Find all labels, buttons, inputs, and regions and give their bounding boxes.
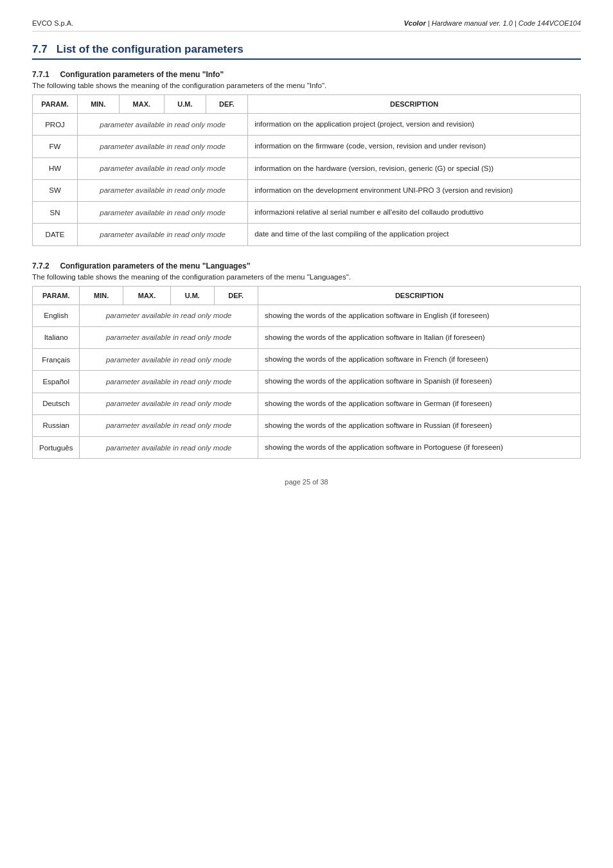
- table-row: English parameter available in read only…: [33, 305, 581, 326]
- table-header-row: PARAM. MIN. MAX. U.M. DEF. DESCRIPTION: [33, 95, 581, 114]
- desc-cell: showing the words of the application sof…: [258, 349, 581, 371]
- param-cell: Deutsch: [33, 393, 80, 414]
- section-7-7-heading: 7.7 List of the configuration parameters: [32, 43, 581, 60]
- col-description: DESCRIPTION: [248, 95, 581, 114]
- col-min: MIN.: [80, 286, 123, 305]
- col-def: DEF.: [206, 95, 247, 114]
- table-row: Français parameter available in read onl…: [33, 349, 581, 371]
- param-cell: Russian: [33, 414, 80, 436]
- table-row: PROJ parameter available in read only mo…: [33, 114, 581, 136]
- readonly-cell: parameter available in read only mode: [80, 305, 258, 326]
- desc-cell: information on the application project (…: [248, 114, 581, 136]
- page-number: page 25 of 38: [285, 478, 328, 486]
- col-um: U.M.: [164, 95, 206, 114]
- desc-cell: informazioni relative al serial number e…: [248, 202, 581, 224]
- section-7-7-1-intro: The following table shows the meaning of…: [32, 82, 581, 89]
- readonly-cell: parameter available in read only mode: [80, 414, 258, 436]
- desc-cell: information on the hardware (version, re…: [248, 157, 581, 179]
- param-cell: HW: [33, 157, 78, 179]
- page-header: EVCO S.p.A. Vcolor | Hardware manual ver…: [32, 19, 581, 31]
- readonly-cell: parameter available in read only mode: [78, 114, 248, 136]
- desc-cell: showing the words of the application sof…: [258, 371, 581, 393]
- desc-cell: showing the words of the application sof…: [258, 437, 581, 459]
- desc-cell: showing the words of the application sof…: [258, 326, 581, 348]
- readonly-cell: parameter available in read only mode: [80, 326, 258, 348]
- col-max: MAX.: [123, 286, 170, 305]
- desc-cell: information on the firmware (code, versi…: [248, 136, 581, 157]
- table-row: Italiano parameter available in read onl…: [33, 326, 581, 348]
- section-7-7-1-heading: 7.7.1 Configuration parameters of the me…: [32, 70, 581, 79]
- param-cell: Español: [33, 371, 80, 393]
- company-name: EVCO S.p.A.: [32, 19, 73, 27]
- readonly-cell: parameter available in read only mode: [80, 393, 258, 414]
- col-max: MAX.: [119, 95, 164, 114]
- doc-info: Vcolor | Hardware manual ver. 1.0 | Code…: [404, 19, 581, 27]
- table-row: DATE parameter available in read only mo…: [33, 224, 581, 245]
- table-row: Español parameter available in read only…: [33, 371, 581, 393]
- readonly-cell: parameter available in read only mode: [78, 224, 248, 245]
- product-name: Vcolor: [404, 19, 425, 27]
- desc-cell: showing the words of the application sof…: [258, 393, 581, 414]
- param-cell: SN: [33, 202, 78, 224]
- readonly-cell: parameter available in read only mode: [78, 202, 248, 224]
- col-min: MIN.: [78, 95, 120, 114]
- param-cell: Português: [33, 437, 80, 459]
- table-row: SW parameter available in read only mode…: [33, 179, 581, 201]
- section-7-7-2-heading: 7.7.2 Configuration parameters of the me…: [32, 261, 581, 270]
- doc-details: | Hardware manual ver. 1.0 | Code 144VCO…: [426, 19, 581, 27]
- table-row: HW parameter available in read only mode…: [33, 157, 581, 179]
- param-cell: Italiano: [33, 326, 80, 348]
- col-param: PARAM.: [33, 286, 80, 305]
- col-def: DEF.: [214, 286, 258, 305]
- col-um: U.M.: [171, 286, 215, 305]
- page-footer: page 25 of 38: [32, 478, 581, 486]
- table-row: Russian parameter available in read only…: [33, 414, 581, 436]
- readonly-cell: parameter available in read only mode: [78, 157, 248, 179]
- param-cell: PROJ: [33, 114, 78, 136]
- param-cell: English: [33, 305, 80, 326]
- param-cell: DATE: [33, 224, 78, 245]
- table-row: Português parameter available in read on…: [33, 437, 581, 459]
- section-7-7-2-intro: The following table shows the meaning of…: [32, 273, 581, 281]
- readonly-cell: parameter available in read only mode: [78, 136, 248, 157]
- desc-cell: date and time of the last compiling of t…: [248, 224, 581, 245]
- table-row: Deutsch parameter available in read only…: [33, 393, 581, 414]
- table-7-7-2: PARAM. MIN. MAX. U.M. DEF. DESCRIPTION E…: [32, 286, 581, 459]
- param-cell: SW: [33, 179, 78, 201]
- readonly-cell: parameter available in read only mode: [80, 437, 258, 459]
- col-param: PARAM.: [33, 95, 78, 114]
- desc-cell: showing the words of the application sof…: [258, 414, 581, 436]
- table-row: FW parameter available in read only mode…: [33, 136, 581, 157]
- readonly-cell: parameter available in read only mode: [80, 349, 258, 371]
- param-cell: Français: [33, 349, 80, 371]
- col-description: DESCRIPTION: [258, 286, 581, 305]
- table-7-7-1: PARAM. MIN. MAX. U.M. DEF. DESCRIPTION P…: [32, 94, 581, 246]
- desc-cell: showing the words of the application sof…: [258, 305, 581, 326]
- param-cell: FW: [33, 136, 78, 157]
- readonly-cell: parameter available in read only mode: [80, 371, 258, 393]
- desc-cell: information on the development environme…: [248, 179, 581, 201]
- table-header-row: PARAM. MIN. MAX. U.M. DEF. DESCRIPTION: [33, 286, 581, 305]
- table-row: SN parameter available in read only mode…: [33, 202, 581, 224]
- readonly-cell: parameter available in read only mode: [78, 179, 248, 201]
